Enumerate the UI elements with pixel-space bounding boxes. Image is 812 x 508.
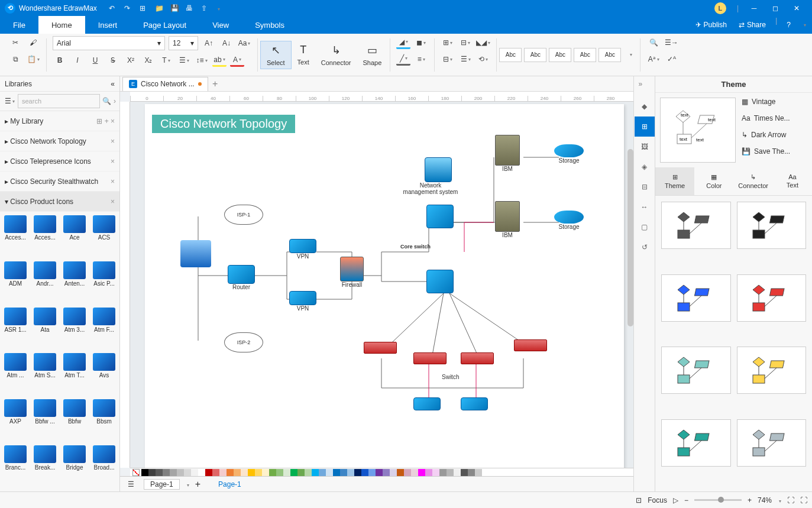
group-icon[interactable]: ⊞ [441, 36, 455, 49]
fill-icon[interactable]: ◢ [396, 36, 410, 49]
paste-icon[interactable]: 📋 [26, 53, 40, 66]
color-swatch[interactable] [290, 469, 297, 476]
collapse-left-icon[interactable]: « [111, 80, 115, 88]
node-switch4[interactable] [514, 339, 547, 351]
color-swatch[interactable] [283, 469, 290, 476]
fullscreen-icon[interactable]: ⛶ [800, 496, 807, 504]
table-panel-icon[interactable]: ⊟ [635, 177, 655, 197]
page-list-icon[interactable]: ☰ [124, 478, 138, 491]
tab-insert[interactable]: Insert [85, 16, 131, 34]
distribute-icon[interactable]: ☰ [458, 53, 473, 66]
arrange-panel-icon[interactable]: ↔ [635, 197, 655, 217]
shape-AtmT[interactable]: Atm T... [60, 352, 89, 397]
font-size-select[interactable]: 12▾ [169, 36, 198, 50]
node-storage1[interactable]: Storage [554, 144, 584, 164]
theme-connector[interactable]: ↳Dark Arrow [742, 131, 807, 139]
theme-tab-theme[interactable]: ⊞Theme [655, 167, 694, 195]
theme-save[interactable]: 💾Save The... [742, 147, 807, 156]
page-options[interactable] [186, 480, 189, 488]
color-swatch[interactable] [447, 469, 454, 476]
copy-icon[interactable]: ⧉ [8, 53, 22, 66]
node-isp2[interactable]: ISP-2 [224, 332, 263, 352]
connector-tool[interactable]: ↳Connector [315, 41, 357, 69]
color-swatch[interactable] [439, 469, 447, 476]
color-swatch[interactable] [177, 469, 184, 476]
page-name[interactable]: Page-1 [144, 479, 180, 490]
play-icon[interactable]: ▷ [673, 496, 678, 504]
layers-icon[interactable]: ☰→ [664, 36, 678, 49]
shrink-font-icon[interactable]: A↓ [219, 37, 234, 50]
tab-view[interactable]: View [199, 16, 242, 34]
color-swatch[interactable] [148, 469, 156, 476]
theme-chip-5[interactable]: Abc [599, 48, 621, 62]
color-swatch[interactable] [376, 469, 383, 476]
color-swatch[interactable] [198, 469, 205, 476]
node-ibm2[interactable]: IBM [495, 201, 520, 238]
theme-chip-3[interactable]: Abc [549, 48, 571, 62]
theme-swatch[interactable] [661, 274, 731, 322]
node-vpn1[interactable]: VPN [289, 239, 316, 260]
shape-Atm3[interactable]: Atm 3... [60, 306, 89, 351]
color-swatch[interactable] [333, 469, 340, 476]
open-icon[interactable]: 📁 [155, 4, 163, 12]
color-swatch[interactable] [340, 469, 347, 476]
color-swatch[interactable] [170, 469, 177, 476]
lib-cisco-telepresence[interactable]: ▸ Cisco Telepresence Icons× [0, 151, 119, 172]
color-swatch[interactable] [312, 469, 319, 476]
node-switch2[interactable] [413, 352, 447, 364]
rotate-icon[interactable]: ⟲ [476, 53, 490, 66]
cut-icon[interactable]: ✂ [8, 36, 22, 49]
library-search-input[interactable]: search [18, 94, 100, 108]
lib-cisco-topology[interactable]: ▸ Cisco Network Topology× [0, 131, 119, 151]
color-swatch[interactable] [383, 469, 390, 476]
theme-panel-icon[interactable]: ⊞ [635, 117, 655, 137]
color-swatch[interactable] [205, 469, 212, 476]
color-swatch[interactable] [156, 469, 163, 476]
theme-font[interactable]: AaTimes Ne... [742, 114, 807, 122]
maximize-button[interactable]: ◻ [765, 0, 786, 16]
tab-home[interactable]: Home [38, 16, 85, 34]
undo-icon[interactable]: ↶ [109, 4, 117, 12]
tab-file[interactable]: File [0, 16, 38, 34]
node-router[interactable]: Router [228, 265, 255, 290]
color-swatch[interactable] [326, 469, 333, 476]
shape-Break[interactable]: Break... [31, 444, 59, 489]
theme-tab-text[interactable]: AaText [773, 167, 812, 195]
superscript-icon[interactable]: X² [124, 54, 138, 67]
ungroup-icon[interactable]: ⊟ [441, 53, 455, 66]
italic-icon[interactable]: I [70, 54, 85, 67]
grow-font-icon[interactable]: A↑ [202, 37, 216, 50]
canvas-scrollbar[interactable] [627, 149, 633, 326]
bold-icon[interactable]: B [53, 54, 67, 67]
color-swatch[interactable] [262, 469, 269, 476]
theme-swatch[interactable] [661, 347, 731, 394]
align-icon[interactable]: ⊟ [458, 36, 473, 49]
color-swatch[interactable] [461, 469, 468, 476]
shape-ADM[interactable]: ADM [1, 260, 30, 305]
page[interactable]: Cisco Network Topology [145, 104, 624, 468]
text-vertical-icon[interactable]: T [159, 54, 173, 67]
color-swatch[interactable] [248, 469, 255, 476]
theme-chip-1[interactable]: Abc [499, 48, 522, 62]
shape-AtmF[interactable]: Atm F... [90, 306, 118, 351]
redo-icon[interactable]: ↷ [124, 4, 132, 12]
tab-symbols[interactable]: Symbols [242, 16, 297, 34]
search-next-icon[interactable]: › [114, 97, 116, 105]
focus-label[interactable]: Focus [648, 496, 667, 504]
color-swatch[interactable] [390, 469, 397, 476]
theme-swatch[interactable] [737, 274, 807, 322]
shape-Bbfw[interactable]: Bbfw ... [31, 398, 59, 443]
theme-more[interactable] [623, 48, 638, 62]
color-swatch[interactable] [241, 469, 248, 476]
underline-icon[interactable]: U [88, 54, 102, 67]
theme-chip-2[interactable]: Abc [524, 48, 546, 62]
node-firewall[interactable]: Firewall [340, 257, 364, 288]
lib-cisco-stealthwatch[interactable]: ▸ Cisco Security Stealthwatch× [0, 172, 119, 192]
color-swatch[interactable] [468, 469, 475, 476]
search-icon[interactable]: 🔍 [102, 97, 111, 105]
color-swatch[interactable] [347, 469, 354, 476]
color-swatch[interactable] [184, 469, 191, 476]
publish-button[interactable]: ✈ Publish [690, 16, 733, 34]
shape-Broad[interactable]: Broad... [90, 444, 118, 489]
color-swatch[interactable] [255, 469, 262, 476]
